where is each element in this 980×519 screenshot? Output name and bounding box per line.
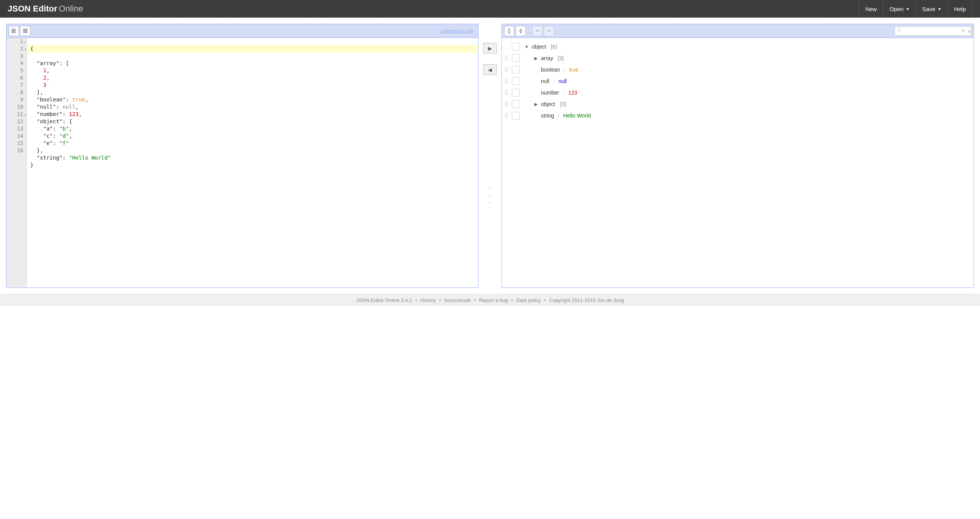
transfer-column: ▶ ◀ ••• (479, 24, 501, 288)
expand-toggle[interactable] (533, 113, 539, 118)
expand-icon (506, 28, 512, 34)
redo-icon (546, 28, 552, 34)
search-field[interactable] (903, 28, 961, 34)
drag-handle-icon[interactable] (505, 101, 510, 107)
tree-node-count: {3} (560, 101, 566, 107)
search-icon (897, 28, 902, 34)
expand-toggle[interactable]: ▼ (524, 44, 529, 49)
collapse-icon (518, 28, 524, 34)
tree-row[interactable]: ▶object{3} (505, 98, 970, 110)
tree-node-key[interactable]: number (541, 90, 559, 96)
app-logo: JSON EditorOnline (8, 4, 83, 14)
node-type-icon[interactable] (512, 89, 519, 96)
compact-button[interactable] (20, 26, 30, 36)
node-type-icon[interactable] (512, 43, 519, 51)
powered-by-link[interactable]: powered by ace (441, 28, 474, 34)
tree-node-count: {6} (550, 44, 557, 50)
drag-handle-icon[interactable] (505, 78, 510, 84)
node-type-icon[interactable] (512, 112, 519, 119)
main-container: powered by ace 1▾ 2▾ 3 4 5 6 7 8 9 10 11… (0, 18, 980, 294)
line-gutter: 1▾ 2▾ 3 4 5 6 7 8 9 10 11▾ 12 13 14 15 1… (7, 38, 27, 287)
fold-icon[interactable]: ▾ (24, 39, 26, 46)
fold-icon[interactable]: ▾ (24, 46, 26, 53)
footer-link[interactable]: Data policy (516, 297, 541, 303)
drag-handle-icon[interactable] (505, 55, 510, 61)
tree-node-key[interactable]: string (541, 113, 554, 119)
tree-node-key[interactable]: object (532, 44, 546, 50)
play-left-icon: ◀ (488, 67, 492, 73)
tree-row[interactable]: null:null (505, 75, 970, 87)
tree-row[interactable]: number:123 (505, 87, 970, 98)
svg-point-0 (898, 29, 900, 31)
footer-link[interactable]: History (420, 297, 436, 303)
drag-handle-icon[interactable] (505, 90, 510, 95)
app-header: JSON EditorOnline New Open▼ Save▼ Help (0, 0, 980, 18)
footer-link[interactable]: Sourcecode (444, 297, 470, 303)
chevron-down-icon: ▼ (906, 7, 910, 11)
logo-text-bold: JSON Editor (8, 4, 57, 13)
tree-node-count: [3] (558, 55, 564, 61)
menu-help[interactable]: Help (947, 0, 972, 18)
tree-node-key[interactable]: array (541, 55, 553, 61)
code-editor[interactable]: 1▾ 2▾ 3 4 5 6 7 8 9 10 11▾ 12 13 14 15 1… (7, 38, 478, 287)
expand-toggle[interactable] (533, 90, 539, 95)
tree-row[interactable]: ▶array[3] (505, 52, 970, 64)
undo-button[interactable] (532, 26, 542, 36)
tree-separator: : (564, 67, 565, 73)
node-type-icon[interactable] (512, 77, 519, 85)
play-right-icon: ▶ (488, 46, 492, 51)
chevron-up-icon[interactable]: ▲ (967, 28, 972, 34)
redo-button[interactable] (544, 26, 554, 36)
node-type-icon[interactable] (512, 54, 519, 62)
menu-save[interactable]: Save▼ (916, 0, 947, 18)
footer: JSON Editor Online 3.4.2 • History • Sou… (0, 294, 980, 306)
search-nav: ▼ ▲ (961, 28, 972, 34)
expand-toggle[interactable] (533, 79, 539, 83)
logo-text-light: Online (59, 4, 83, 13)
drag-handle-icon[interactable] (505, 67, 510, 72)
chevron-down-icon: ▼ (938, 7, 941, 11)
code-toolbar: powered by ace (7, 24, 478, 38)
tree-node-value[interactable]: null (559, 78, 567, 84)
tree-view[interactable]: ▼object{6}▶array[3] boolean:true null:nu… (502, 38, 973, 287)
node-type-icon[interactable] (512, 100, 519, 108)
copy-left-button[interactable]: ◀ (483, 64, 497, 75)
format-button[interactable] (9, 26, 19, 36)
chevron-down-icon[interactable]: ▼ (961, 28, 966, 34)
tree-separator: : (553, 78, 555, 84)
collapse-all-button[interactable] (516, 26, 526, 36)
expand-all-button[interactable] (504, 26, 514, 36)
drag-handle-icon[interactable] (505, 113, 510, 118)
footer-copyright: Copyright 2011-2015 Jos de Jong (549, 297, 624, 303)
tree-node-key[interactable]: object (541, 101, 555, 107)
tree-node-value[interactable]: Hello World (563, 113, 591, 119)
footer-product: JSON Editor Online 3.4.2 (356, 297, 412, 303)
tree-toolbar: ▼ ▲ (502, 24, 973, 38)
expand-toggle[interactable]: ▶ (533, 102, 539, 107)
node-type-icon[interactable] (512, 66, 519, 73)
compact-icon (22, 28, 28, 34)
tree-separator: : (563, 90, 564, 96)
search-input[interactable]: ▼ ▲ (895, 26, 971, 36)
expand-toggle[interactable] (533, 67, 539, 72)
format-icon (11, 28, 17, 34)
tree-separator: : (558, 113, 559, 119)
fold-icon[interactable]: ▾ (24, 111, 26, 119)
menu-new[interactable]: New (859, 0, 883, 18)
splitter-handle[interactable]: ••• (489, 185, 491, 206)
copy-right-button[interactable]: ▶ (483, 43, 497, 54)
undo-icon (534, 28, 541, 34)
footer-link[interactable]: Report a bug (479, 297, 508, 303)
tree-row[interactable]: string:Hello World (505, 110, 970, 121)
tree-node-key[interactable]: boolean (541, 67, 560, 73)
tree-node-key[interactable]: null (541, 78, 549, 84)
code-content[interactable]: { "array": [ 1, 2, 3 ], "boolean": true,… (27, 38, 478, 287)
menu-open[interactable]: Open▼ (883, 0, 916, 18)
tree-node-value[interactable]: true (569, 67, 578, 73)
tree-row[interactable]: boolean:true (505, 64, 970, 75)
tree-panel: ▼ ▲ ▼object{6}▶array[3] boolean:true nul… (501, 24, 974, 288)
tree-row[interactable]: ▼object{6} (505, 41, 970, 52)
expand-toggle[interactable]: ▶ (533, 56, 539, 61)
code-panel: powered by ace 1▾ 2▾ 3 4 5 6 7 8 9 10 11… (6, 24, 479, 288)
tree-node-value[interactable]: 123 (568, 90, 577, 96)
